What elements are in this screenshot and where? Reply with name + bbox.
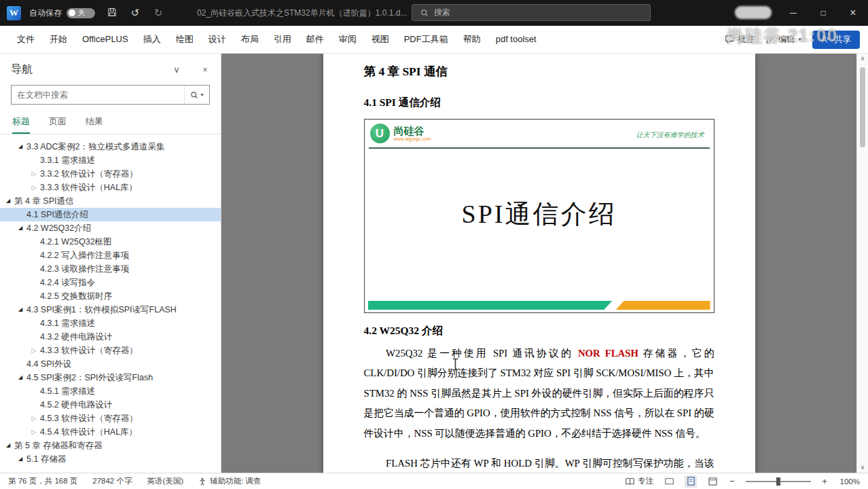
nav-item[interactable]: ▷4.3.3 软件设计（寄存器） <box>0 344 221 357</box>
nav-item[interactable]: 4.1 SPI通信介绍 <box>0 208 221 221</box>
ribbon-tab-布局[interactable]: 布局 <box>234 26 266 53</box>
pane-options-chevron-icon[interactable]: ∨ <box>172 65 181 75</box>
zoom-in-button[interactable]: + <box>820 476 829 486</box>
undo-button[interactable]: ↺ <box>129 7 141 19</box>
ribbon-tab-视图[interactable]: 视图 <box>364 26 397 53</box>
document-page[interactable]: 第 4 章 SPI 通信 4.1 SPI 通信介绍 U 尚硅谷 www.atgu… <box>323 54 755 473</box>
zoom-level[interactable]: 100% <box>838 477 860 486</box>
ribbon-tab-插入[interactable]: 插入 <box>136 26 168 53</box>
paragraph-1[interactable]: W25Q32 是一种使用 SPI 通讯协议的 NOR FLASH 存储器，它的 … <box>364 344 715 443</box>
ribbon-tab-绘图[interactable]: 绘图 <box>168 26 201 53</box>
slide-green-bar <box>368 301 613 310</box>
comment-icon <box>725 35 734 44</box>
ribbon-tab-OfficePLUS[interactable]: OfficePLUS <box>75 26 136 53</box>
nav-item-label: 第 4 章 SPI通信 <box>14 196 74 207</box>
ribbon-tab-文件[interactable]: 文件 <box>10 26 42 53</box>
collapse-triangle-icon[interactable]: ◢ <box>3 194 14 208</box>
ribbon-tab-审阅[interactable]: 审阅 <box>331 26 364 53</box>
scroll-up-icon[interactable]: ∧ <box>861 54 865 64</box>
nav-search-button[interactable]: ▾ <box>184 86 209 104</box>
word-count[interactable]: 27842 个字 <box>92 476 132 486</box>
nav-item[interactable]: 4.2.5 交换数据时序 <box>0 289 221 303</box>
nav-tab-页面[interactable]: 页面 <box>49 115 67 134</box>
collapse-triangle-icon[interactable]: ◢ <box>15 452 26 466</box>
document-scrollbar[interactable]: ∧ ∨ <box>856 54 868 473</box>
nav-item[interactable]: ◢4.3 SPI案例1：软件模拟SPI读写FLASH <box>0 303 221 316</box>
expand-triangle-icon[interactable]: ▷ <box>29 425 39 439</box>
autosave-toggle[interactable]: 关 <box>67 8 95 18</box>
paragraph-2[interactable]: FLASH 芯片中还有 WP 和 HOLD 引脚。WP 引脚可控制写保护功能，当… <box>364 454 715 473</box>
nav-item[interactable]: 3.3.1 需求描述 <box>0 153 221 167</box>
save-icon <box>107 7 117 17</box>
save-button[interactable] <box>106 7 118 19</box>
pane-close-icon[interactable]: × <box>200 65 210 75</box>
ribbon-tab-设计[interactable]: 设计 <box>201 26 234 53</box>
nav-item[interactable]: ◢4.5 SPI案例2：SPI外设读写Flash <box>0 371 221 384</box>
minimize-button[interactable]: ─ <box>778 0 808 26</box>
web-layout-button[interactable] <box>706 475 719 488</box>
nav-item[interactable]: 4.3.2 硬件电路设计 <box>0 330 221 344</box>
account-blurred-badge[interactable] <box>735 6 772 19</box>
editing-button[interactable]: 编辑 ▾ <box>765 34 801 46</box>
nav-item[interactable]: ◢4.2 W25Q32介绍 <box>0 221 221 235</box>
nav-item[interactable]: ◢5.1 存储器 <box>0 452 221 466</box>
nav-item[interactable]: ▷3.3.3 软件设计（HAL库） <box>0 181 221 194</box>
expand-triangle-icon[interactable]: ▷ <box>29 412 39 425</box>
nav-item[interactable]: 4.2.3 读取操作注意事项 <box>0 262 221 276</box>
nav-search-input[interactable] <box>12 90 184 100</box>
nav-item[interactable]: 4.3.1 需求描述 <box>0 316 221 330</box>
print-layout-button[interactable] <box>685 475 697 488</box>
nav-item[interactable]: 4.4 SPI外设 <box>0 357 221 371</box>
accessibility-status[interactable]: 辅助功能: 调查 <box>198 476 261 486</box>
titlebar-search[interactable]: 搜索 <box>412 4 651 21</box>
close-button[interactable]: × <box>838 0 868 26</box>
collapse-triangle-icon[interactable]: ◢ <box>15 140 26 153</box>
zoom-slider[interactable] <box>746 481 811 482</box>
nav-item[interactable]: 4.2.2 写入操作注意事项 <box>0 249 221 262</box>
nav-item[interactable]: ▷4.5.4 软件设计（HAL库） <box>0 425 221 439</box>
nav-tab-标题[interactable]: 标题 <box>12 115 30 134</box>
maximize-button[interactable]: □ <box>808 0 838 26</box>
ribbon-tab-开始[interactable]: 开始 <box>42 26 75 53</box>
focus-button[interactable]: 专注 <box>626 476 653 486</box>
page-indicator[interactable]: 第 76 页，共 168 页 <box>8 476 77 486</box>
nav-item[interactable]: ▷4.5.3 软件设计（寄存器） <box>0 412 221 425</box>
collapse-triangle-icon[interactable]: ◢ <box>15 303 26 316</box>
section-heading-4-1: 4.1 SPI 通信介绍 <box>364 96 715 110</box>
nav-item[interactable]: ◢第 5 章 存储器和寄存器 <box>0 439 221 452</box>
nav-tree: ◢3.3 ADC案例2：独立模式多通道采集3.3.1 需求描述▷3.3.2 软件… <box>0 134 221 473</box>
nav-item-label: 3.3.1 需求描述 <box>40 155 95 166</box>
collapse-triangle-icon[interactable]: ◢ <box>15 371 26 384</box>
comments-button[interactable]: 批注 <box>725 34 755 46</box>
nav-item[interactable]: 4.5.2 硬件电路设计 <box>0 398 221 412</box>
language-indicator[interactable]: 英语(美国) <box>147 476 183 486</box>
nav-item-label: 4.4 SPI外设 <box>26 359 71 370</box>
nav-item[interactable]: ◢第 4 章 SPI通信 <box>0 194 221 208</box>
expand-triangle-icon[interactable]: ▷ <box>29 181 39 194</box>
expand-triangle-icon[interactable]: ▷ <box>29 344 39 357</box>
redo-button[interactable]: ↻ <box>152 7 164 19</box>
scrollbar-thumb[interactable] <box>860 67 865 147</box>
ribbon-tab-引用[interactable]: 引用 <box>266 26 299 53</box>
collapse-triangle-icon[interactable]: ◢ <box>15 221 26 235</box>
scroll-down-icon[interactable]: ∨ <box>861 463 865 473</box>
nav-tab-结果[interactable]: 结果 <box>86 115 103 134</box>
ribbon-tab-邮件[interactable]: 邮件 <box>299 26 331 53</box>
nav-item[interactable]: 4.5.1 需求描述 <box>0 384 221 398</box>
ribbon-tab-pdf toolset[interactable]: pdf toolset <box>488 26 544 53</box>
zoom-slider-thumb[interactable] <box>776 477 780 486</box>
share-button[interactable]: 共享 <box>812 31 860 49</box>
nav-item[interactable]: ▷3.3.2 软件设计（寄存器） <box>0 167 221 181</box>
nav-item[interactable]: 4.2.4 读写指令 <box>0 276 221 289</box>
word-logo-icon[interactable]: W <box>7 6 21 20</box>
nav-item-label: 4.2.1 W25Q32框图 <box>40 236 112 248</box>
collapse-triangle-icon[interactable]: ◢ <box>3 439 14 452</box>
nav-item[interactable]: ◢3.3 ADC案例2：独立模式多通道采集 <box>0 140 221 153</box>
ribbon-tab-帮助[interactable]: 帮助 <box>456 26 488 53</box>
text-cursor-ibeam <box>452 358 459 374</box>
ribbon-tab-PDF工具箱[interactable]: PDF工具箱 <box>397 26 456 53</box>
nav-item[interactable]: 4.2.1 W25Q32框图 <box>0 235 221 249</box>
expand-triangle-icon[interactable]: ▷ <box>29 167 39 181</box>
zoom-out-button[interactable]: − <box>728 476 736 486</box>
read-mode-button[interactable] <box>663 475 675 488</box>
